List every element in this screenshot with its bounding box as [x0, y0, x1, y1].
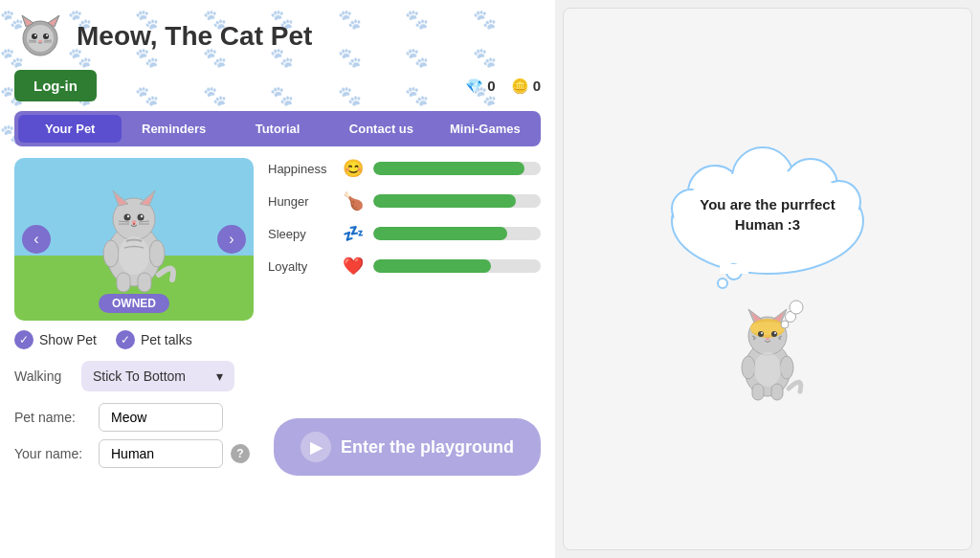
pet-name-input[interactable] — [99, 403, 223, 432]
cloud-bubble: You are the purrfect Human :3 — [638, 140, 897, 293]
stats-panel: Happiness 😊 Hunger 🍗 Sleepy 💤 — [268, 158, 541, 321]
svg-point-26 — [133, 223, 135, 225]
tab-reminders[interactable]: Reminders — [122, 115, 225, 143]
svg-point-8 — [34, 34, 36, 36]
svg-point-62 — [774, 332, 776, 334]
diamond-icon: 💎 — [465, 78, 483, 95]
svg-rect-64 — [752, 384, 764, 400]
stat-bar-fill-loyalty — [373, 259, 491, 273]
gems-row: 💎 0 🪙 0 — [465, 78, 541, 95]
svg-point-61 — [761, 332, 763, 334]
svg-point-49 — [718, 279, 727, 288]
play-icon: ▶ — [301, 432, 331, 462]
svg-point-33 — [103, 240, 119, 267]
checkbox-row: ✓ Show Pet ✓ Pet talks — [14, 330, 541, 349]
tab-tutorial[interactable]: Tutorial — [226, 115, 329, 143]
tab-contact-us[interactable]: Contact us — [329, 115, 433, 143]
svg-point-69 — [781, 321, 789, 328]
stat-row-sleepy: Sleepy 💤 — [268, 223, 541, 244]
app-logo — [14, 10, 67, 62]
stat-label-happiness: Happiness — [268, 162, 335, 176]
svg-rect-65 — [771, 384, 783, 400]
nav-tabs: Your Pet Reminders Tutorial Contact us M… — [14, 111, 541, 146]
playground-button[interactable]: ▶ Enter the playground — [274, 418, 541, 476]
svg-point-23 — [127, 215, 129, 217]
pet-talks-check-icon: ✓ — [116, 330, 135, 349]
pet-display: ‹ — [14, 158, 254, 321]
owned-badge: OWNED — [99, 294, 169, 313]
stat-icon-loyalty: ❤️ — [343, 256, 366, 277]
tab-your-pet[interactable]: Your Pet — [18, 115, 122, 143]
svg-point-63 — [766, 338, 769, 341]
stat-icon-happiness: 😊 — [343, 158, 366, 179]
svg-point-9 — [46, 34, 48, 36]
svg-rect-31 — [117, 273, 130, 292]
svg-point-60 — [771, 331, 777, 337]
stat-bar-fill-sleepy — [373, 227, 507, 240]
stat-bar-fill-hunger — [373, 194, 516, 208]
stat-label-hunger: Hunger — [268, 194, 335, 209]
stat-bar-bg-happiness — [373, 162, 541, 175]
pet-name-row: Pet name: — [14, 403, 250, 432]
tab-mini-games[interactable]: Mini-Games — [434, 115, 537, 143]
stat-row-hunger: Hunger 🍗 — [268, 190, 541, 212]
stat-bar-bg-loyalty — [373, 259, 541, 273]
svg-point-21 — [124, 214, 131, 221]
your-name-input[interactable] — [99, 439, 223, 468]
pet-prev-button[interactable]: ‹ — [22, 225, 51, 254]
app-header: Meow, The Cat Pet — [14, 10, 541, 62]
help-icon[interactable]: ? — [231, 444, 250, 463]
bottom-section: Pet name: Your name: ? ▶ Enter the playg… — [14, 403, 541, 476]
svg-rect-50 — [720, 264, 748, 274]
svg-point-58 — [750, 322, 785, 335]
svg-point-6 — [32, 33, 37, 39]
svg-point-67 — [780, 356, 793, 379]
cat-sprite — [77, 169, 191, 309]
svg-point-68 — [754, 352, 781, 387]
pet-next-button[interactable]: › — [217, 225, 246, 254]
svg-point-22 — [138, 214, 145, 221]
stat-row-happiness: Happiness 😊 — [268, 158, 541, 179]
your-name-row: Your name: ? — [14, 439, 250, 468]
speech-area: You are the purrfect Human :3 — [564, 9, 971, 549]
chevron-down-icon: ▾ — [216, 368, 223, 384]
stat-bar-fill-happiness — [373, 162, 524, 175]
main-area: ‹ — [14, 158, 541, 321]
coin-count: 🪙 0 — [511, 78, 541, 95]
coin-icon: 🪙 — [511, 78, 529, 95]
diamond-count: 💎 0 — [465, 78, 495, 95]
svg-point-7 — [43, 33, 49, 39]
stat-icon-sleepy: 💤 — [343, 223, 366, 244]
right-panel: You are the purrfect Human :3 — [563, 8, 972, 550]
playground-label: Enter the playground — [341, 437, 514, 458]
stat-label-sleepy: Sleepy — [268, 227, 335, 241]
pet-name-label: Pet name: — [14, 410, 91, 425]
speech-container: You are the purrfect Human :3 — [638, 140, 897, 418]
coin-value: 0 — [533, 78, 541, 94]
svg-rect-32 — [138, 273, 151, 292]
app-title: Meow, The Cat Pet — [77, 21, 312, 52]
left-panel: Meow, The Cat Pet Log-in 💎 0 🪙 0 Your Pe… — [0, 0, 555, 558]
stat-bar-bg-hunger — [373, 194, 541, 208]
pet-talks-checkbox[interactable]: ✓ Pet talks — [116, 330, 192, 349]
top-row: Log-in 💎 0 🪙 0 — [14, 70, 541, 101]
show-pet-label: Show Pet — [39, 332, 97, 347]
svg-point-59 — [758, 331, 764, 337]
stat-label-loyalty: Loyalty — [268, 259, 335, 274]
svg-point-71 — [790, 301, 803, 314]
walking-label: Walking — [14, 368, 72, 384]
stat-icon-hunger: 🍗 — [343, 190, 366, 212]
show-pet-checkbox[interactable]: ✓ Show Pet — [14, 330, 97, 349]
svg-point-66 — [742, 356, 755, 379]
walking-select[interactable]: Stick To Bottom ▾ — [81, 361, 234, 391]
speech-text: You are the purrfect Human :3 — [691, 194, 844, 234]
walking-select-value: Stick To Bottom — [93, 368, 186, 384]
svg-point-24 — [141, 215, 143, 217]
svg-point-1 — [27, 25, 54, 52]
stat-bar-bg-sleepy — [373, 227, 541, 240]
walking-row: Walking Stick To Bottom ▾ — [14, 361, 541, 391]
thinking-cat-sprite — [720, 288, 815, 418]
diamond-value: 0 — [487, 78, 495, 94]
name-fields: Pet name: Your name: ? — [14, 403, 250, 476]
login-button[interactable]: Log-in — [14, 70, 97, 101]
